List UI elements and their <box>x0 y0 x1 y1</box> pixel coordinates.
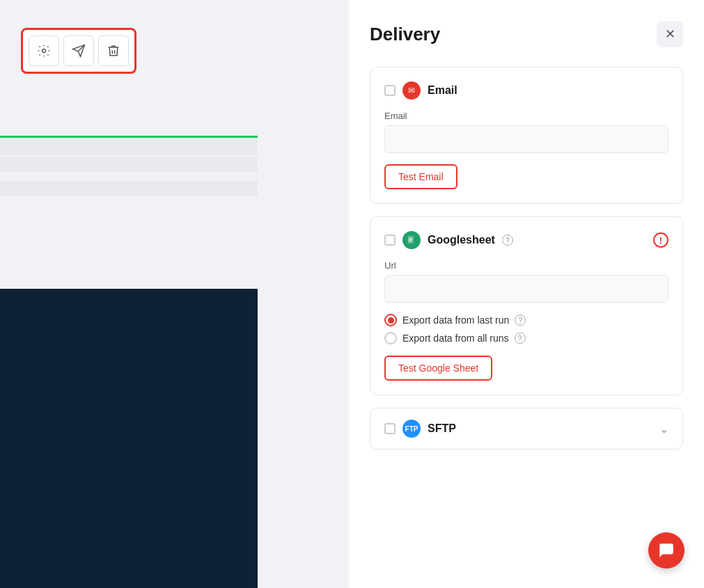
mid-strip-1 <box>0 157 258 173</box>
test-email-button[interactable]: Test Email <box>384 164 457 189</box>
delete-button[interactable] <box>98 35 129 66</box>
email-input[interactable] <box>384 125 668 153</box>
googlesheet-checkbox[interactable] <box>384 235 396 246</box>
chat-bubble-button[interactable] <box>648 532 685 569</box>
mid-strip-2 <box>0 181 258 196</box>
svg-rect-5 <box>409 239 412 240</box>
sftp-chevron-icon[interactable]: ⌄ <box>659 422 668 436</box>
sftp-label: SFTP <box>428 422 456 435</box>
toolbar-box <box>21 28 136 74</box>
left-panel <box>0 0 258 588</box>
delivery-header: Delivery ✕ <box>370 21 683 47</box>
chat-icon <box>657 541 675 559</box>
googlesheet-label: Googlesheet <box>428 234 495 246</box>
delivery-title: Delivery <box>370 24 440 45</box>
sftp-checkbox[interactable] <box>384 423 396 434</box>
url-field-label: Url <box>384 260 668 271</box>
email-icon: ✉ <box>402 81 421 100</box>
progress-bar-area <box>0 136 258 155</box>
test-google-sheet-button[interactable]: Test Google Sheet <box>384 356 492 381</box>
googlesheet-help-icon[interactable]: ? <box>502 235 513 246</box>
export-all-runs-label: Export data from all runs <box>402 333 509 344</box>
email-checkbox[interactable] <box>384 85 396 96</box>
googlesheet-icon <box>402 231 421 249</box>
close-button[interactable]: ✕ <box>657 21 683 47</box>
email-section-header: ✉ Email <box>384 81 668 100</box>
svg-point-0 <box>42 49 46 53</box>
settings-button[interactable] <box>29 35 59 66</box>
export-last-run-label: Export data from last run <box>402 315 509 326</box>
export-all-runs-row: Export data from all runs ? <box>384 332 668 344</box>
email-section-card: ✉ Email Email Test Email <box>370 67 683 204</box>
sftp-left: FTP SFTP <box>384 420 456 438</box>
delivery-panel: Delivery ✕ ✉ Email Email Test Email <box>349 0 704 588</box>
sftp-section-card: FTP SFTP ⌄ <box>370 408 683 450</box>
close-icon: ✕ <box>665 26 675 42</box>
googlesheet-section-header: Googlesheet ? ! <box>384 231 668 249</box>
email-label: Email <box>428 84 457 97</box>
sftp-section-header: FTP SFTP ⌄ <box>384 420 668 438</box>
export-last-run-radio[interactable] <box>384 314 397 326</box>
export-all-runs-help-icon[interactable]: ? <box>515 333 526 344</box>
email-field-label: Email <box>384 111 668 121</box>
export-last-run-row: Export data from last run ? <box>384 314 668 326</box>
export-last-run-help-icon[interactable]: ? <box>515 315 526 326</box>
left-bottom-panel <box>0 289 258 588</box>
export-radio-group: Export data from last run ? Export data … <box>384 314 668 344</box>
export-all-runs-radio[interactable] <box>384 332 397 344</box>
svg-rect-6 <box>409 241 411 241</box>
googlesheet-section-card: Googlesheet ? ! Url Export data from las… <box>370 216 683 395</box>
send-button[interactable] <box>63 35 94 66</box>
svg-rect-3 <box>408 236 414 244</box>
radio-inner-selected <box>388 317 394 324</box>
googlesheet-warning-icon: ! <box>653 232 668 248</box>
sftp-icon: FTP <box>402 420 421 438</box>
url-input[interactable] <box>384 275 668 303</box>
progress-bar <box>0 136 258 138</box>
svg-rect-4 <box>409 238 412 239</box>
